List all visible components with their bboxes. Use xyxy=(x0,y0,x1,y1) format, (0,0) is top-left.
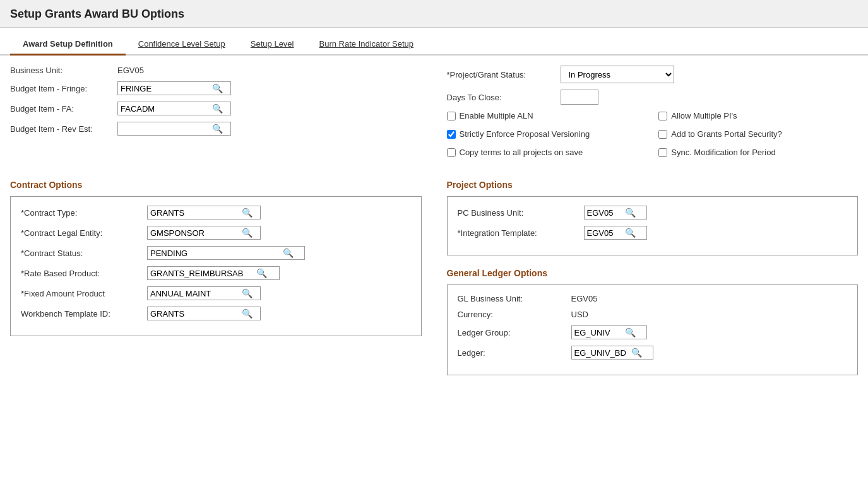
project-status-select[interactable]: In Progress Active Closed Pending xyxy=(561,66,674,83)
allow-pi-checkbox[interactable] xyxy=(658,112,667,120)
contract-legal-entity-input-wrapper: GMSPONSOR 🔍 xyxy=(147,226,261,240)
project-options-box: PC Business Unit: EGV05 🔍 *Integration T… xyxy=(447,196,859,255)
ledger-input[interactable]: EG_UNIV_BD xyxy=(574,348,631,358)
page-header: Setup Grants Award BU Options xyxy=(0,0,868,28)
gl-business-unit-label: GL Business Unit: xyxy=(458,294,571,303)
ledger-label: Ledger: xyxy=(458,348,571,358)
budget-revest-input-wrapper: 🔍 xyxy=(117,122,231,136)
contract-type-search-icon[interactable]: 🔍 xyxy=(242,208,253,218)
contract-legal-entity-row: *Contract Legal Entity: GMSPONSOR 🔍 xyxy=(21,226,411,240)
budget-fa-label: Budget Item - FA: xyxy=(10,104,117,114)
contract-type-input-wrapper: GRANTS 🔍 xyxy=(147,206,261,220)
sections-row: Contract Options *Contract Type: GRANTS … xyxy=(10,175,858,388)
rate-based-product-input[interactable]: GRANTS_REIMBURSAB xyxy=(150,269,256,278)
integration-template-search-icon[interactable]: 🔍 xyxy=(625,228,636,238)
pc-business-unit-input-wrapper: EGV05 🔍 xyxy=(584,206,647,220)
tab-award-setup[interactable]: Award Setup Definition xyxy=(10,33,126,56)
budget-fringe-label: Budget Item - Fringe: xyxy=(10,84,117,93)
top-fields-section: Business Unit: EGV05 Budget Item - Fring… xyxy=(10,66,858,162)
pc-business-unit-row: PC Business Unit: EGV05 🔍 xyxy=(458,206,848,220)
budget-revest-search-icon[interactable]: 🔍 xyxy=(212,124,223,134)
business-unit-row: Business Unit: EGV05 xyxy=(10,66,422,75)
currency-row: Currency: USD xyxy=(458,310,848,319)
contract-legal-entity-input[interactable]: GMSPONSOR xyxy=(150,228,242,238)
enable-aln-row: Enable Multiple ALN xyxy=(447,111,646,120)
fixed-amount-product-search-icon[interactable]: 🔍 xyxy=(242,288,253,298)
ledger-row: Ledger: EG_UNIV_BD 🔍 xyxy=(458,346,848,360)
add-portal-checkbox[interactable] xyxy=(658,130,667,139)
sync-modification-checkbox[interactable] xyxy=(658,148,667,157)
copy-terms-checkbox[interactable] xyxy=(447,148,456,157)
ledger-group-input[interactable]: EG_UNIV xyxy=(574,328,625,337)
days-to-close-input[interactable] xyxy=(561,90,598,105)
ledger-group-label: Ledger Group: xyxy=(458,328,571,337)
contract-type-input[interactable]: GRANTS xyxy=(150,208,242,218)
ledger-group-input-wrapper: EG_UNIV 🔍 xyxy=(571,325,647,339)
rate-based-product-label: *Rate Based Product: xyxy=(21,269,147,278)
ledger-search-icon[interactable]: 🔍 xyxy=(631,348,642,358)
rate-based-product-row: *Rate Based Product: GRANTS_REIMBURSAB 🔍 xyxy=(21,266,411,280)
sync-modification-row: Sync. Modification for Period xyxy=(658,148,858,157)
contract-options-section: Contract Options *Contract Type: GRANTS … xyxy=(10,175,422,388)
enable-aln-checkbox[interactable] xyxy=(447,112,456,120)
fixed-amount-product-input-wrapper: ANNUAL MAINT 🔍 xyxy=(147,286,261,300)
integration-template-row: *Integration Template: EGV05 🔍 xyxy=(458,226,848,240)
ledger-group-row: Ledger Group: EG_UNIV 🔍 xyxy=(458,325,848,339)
budget-fa-input-wrapper: FACADM 🔍 xyxy=(117,102,231,115)
budget-fa-input[interactable]: FACADM xyxy=(121,104,212,114)
workbench-template-label: Workbench Template ID: xyxy=(21,309,147,319)
currency-value: USD xyxy=(571,310,588,319)
contract-legal-entity-search-icon[interactable]: 🔍 xyxy=(242,228,253,238)
pc-business-unit-input[interactable]: EGV05 xyxy=(587,208,625,218)
add-portal-label: Add to Grants Portal Security? xyxy=(671,129,782,139)
workbench-template-input-wrapper: GRANTS 🔍 xyxy=(147,307,261,320)
rate-based-product-input-wrapper: GRANTS_REIMBURSAB 🔍 xyxy=(147,266,280,280)
tab-bar: Award Setup Definition Confidence Level … xyxy=(0,33,868,56)
gl-options-box: GL Business Unit: EGV05 Currency: USD Le… xyxy=(447,284,859,375)
workbench-template-row: Workbench Template ID: GRANTS 🔍 xyxy=(21,307,411,320)
project-status-label: *Project/Grant Status: xyxy=(447,70,561,79)
budget-fa-row: Budget Item - FA: FACADM 🔍 xyxy=(10,102,422,115)
business-unit-value: EGV05 xyxy=(117,66,144,75)
tab-confidence-level[interactable]: Confidence Level Setup xyxy=(126,33,238,54)
budget-revest-input[interactable] xyxy=(121,124,212,134)
fixed-amount-product-input[interactable]: ANNUAL MAINT xyxy=(150,289,242,298)
contract-status-search-icon[interactable]: 🔍 xyxy=(283,248,294,258)
tab-burn-rate[interactable]: Burn Rate Indicator Setup xyxy=(306,33,426,54)
allow-pi-label: Allow Multiple PI's xyxy=(671,111,737,120)
integration-template-input[interactable]: EGV05 xyxy=(587,228,625,238)
days-to-close-label: Days To Close: xyxy=(447,93,561,102)
gl-options-header: General Ledger Options xyxy=(447,268,859,278)
pc-business-unit-search-icon[interactable]: 🔍 xyxy=(625,208,636,218)
main-content: Business Unit: EGV05 Budget Item - Fring… xyxy=(0,56,868,398)
gl-business-unit-row: GL Business Unit: EGV05 xyxy=(458,294,848,303)
project-options-header: Project Options xyxy=(447,180,859,190)
budget-fringe-search-icon[interactable]: 🔍 xyxy=(212,83,223,93)
contract-status-input[interactable]: PENDING xyxy=(150,249,283,258)
budget-revest-row: Budget Item - Rev Est: 🔍 xyxy=(10,122,422,136)
workbench-template-input[interactable]: GRANTS xyxy=(150,309,242,319)
contract-status-input-wrapper: PENDING 🔍 xyxy=(147,246,305,260)
fixed-amount-product-row: *Fixed Amount Product ANNUAL MAINT 🔍 xyxy=(21,286,411,300)
contract-legal-entity-label: *Contract Legal Entity: xyxy=(21,228,147,238)
enforce-versioning-row: Strictly Enforce Proposal Versioning xyxy=(447,129,646,139)
workbench-template-search-icon[interactable]: 🔍 xyxy=(242,308,253,319)
business-unit-label: Business Unit: xyxy=(10,66,117,75)
rate-based-product-search-icon[interactable]: 🔍 xyxy=(256,268,267,278)
allow-pi-row: Allow Multiple PI's xyxy=(658,111,858,120)
contract-options-header: Contract Options xyxy=(10,180,422,190)
fixed-amount-product-label: *Fixed Amount Product xyxy=(21,289,147,298)
pc-business-unit-label: PC Business Unit: xyxy=(458,208,584,218)
copy-terms-row: Copy terms to all projects on save xyxy=(447,148,646,157)
ledger-group-search-icon[interactable]: 🔍 xyxy=(625,327,636,337)
copy-terms-label: Copy terms to all projects on save xyxy=(460,148,583,157)
budget-fa-search-icon[interactable]: 🔍 xyxy=(212,103,223,114)
right-sections: Project Options PC Business Unit: EGV05 … xyxy=(447,175,859,388)
enforce-versioning-checkbox[interactable] xyxy=(447,130,456,139)
project-status-row: *Project/Grant Status: In Progress Activ… xyxy=(447,66,859,83)
tab-setup-level[interactable]: Setup Level xyxy=(238,33,307,54)
budget-fringe-input[interactable]: FRINGE xyxy=(121,84,212,93)
integration-template-label: *Integration Template: xyxy=(458,228,584,238)
ledger-input-wrapper: EG_UNIV_BD 🔍 xyxy=(571,346,653,360)
contract-status-row: *Contract Status: PENDING 🔍 xyxy=(21,246,411,260)
